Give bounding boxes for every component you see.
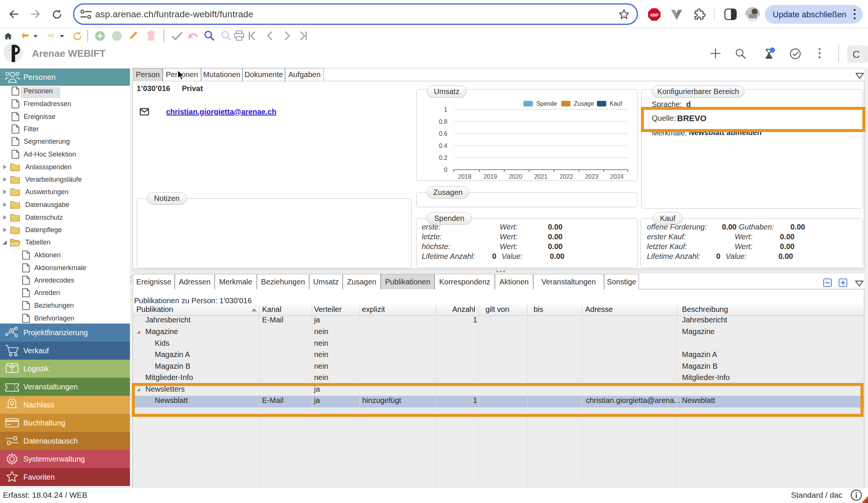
svg-text:0.2: 0.2 (439, 155, 447, 161)
svg-text:0.6: 0.6 (439, 131, 447, 137)
svg-text:2022: 2022 (560, 173, 573, 180)
svg-text:Spende: Spende (536, 100, 557, 107)
svg-text:0: 0 (444, 167, 447, 173)
svg-text:0.4: 0.4 (439, 143, 447, 149)
svg-text:Zusage: Zusage (574, 100, 594, 107)
svg-text:Kauf: Kauf (610, 100, 622, 107)
svg-text:2020: 2020 (509, 173, 522, 180)
svg-text:2018: 2018 (458, 173, 471, 180)
svg-text:2024: 2024 (610, 173, 624, 180)
svg-text:2019: 2019 (484, 173, 497, 180)
svg-text:0.8: 0.8 (439, 119, 447, 125)
svg-text:2021: 2021 (534, 173, 548, 180)
svg-text:1: 1 (444, 106, 447, 113)
svg-text:2023: 2023 (585, 173, 598, 180)
svg-text:ABP: ABP (650, 13, 659, 17)
